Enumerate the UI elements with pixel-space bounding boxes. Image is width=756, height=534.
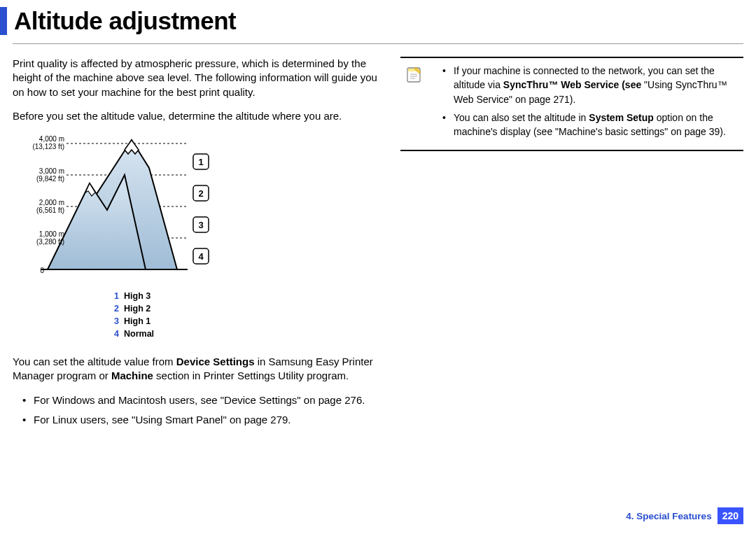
content-columns: Print quality is affected by atmospheric… [0,57,756,432]
svg-text:(3,280 ft): (3,280 ft) [36,238,64,246]
header-rule [13,43,743,44]
svg-text:3,000 m: 3,000 m [39,167,64,175]
page-title: Altitude adjustment [14,7,756,35]
page-number: 220 [718,507,743,524]
setting-paragraph: You can set the altitude value from Devi… [13,355,378,384]
bullet-linux: For Linux users, see "Using Smart Panel"… [22,412,378,428]
svg-text:(9,842 ft): (9,842 ft) [36,175,64,183]
note-box: If your machine is connected to the netw… [400,57,743,151]
note-syncthru: If your machine is connected to the netw… [442,64,739,106]
mountain-svg: 4,000 m (13,123 ft) 3,000 m (9,842 ft) 2… [13,133,223,280]
svg-text:4: 4 [198,251,204,262]
bullet-windows-mac: For Windows and Macintosh users, see "De… [22,393,378,408]
left-column: Print quality is affected by atmospheric… [13,57,378,432]
os-bullets: For Windows and Macintosh users, see "De… [13,393,378,428]
zone-marker-1: 1 [193,154,209,169]
svg-text:1: 1 [198,157,203,167]
page-footer: 4. Special Features 220 [626,507,743,524]
svg-text:2,000 m: 2,000 m [39,199,64,206]
diagram-legend: 1High 3 2High 2 3High 1 4Normal [114,290,378,341]
zone-marker-2: 2 [193,185,209,201]
svg-text:0: 0 [40,267,44,274]
svg-text:2: 2 [198,188,203,199]
zone-marker-3: 3 [193,217,209,232]
chapter-label: 4. Special Features [626,511,711,521]
note-system-setup: You can also set the altitude in System … [442,111,739,139]
svg-text:3: 3 [198,220,203,230]
intro-paragraph-1: Print quality is affected by atmospheric… [13,57,378,99]
svg-text:4,000 m: 4,000 m [39,135,64,143]
intro-paragraph-2: Before you set the altitude value, deter… [13,109,378,123]
altitude-diagram: 4,000 m (13,123 ft) 3,000 m (9,842 ft) 2… [13,133,378,283]
page-header: Altitude adjustment [0,7,756,35]
note-bullets: If your machine is connected to the netw… [433,64,739,143]
svg-text:1,000 m: 1,000 m [39,230,64,238]
note-icon [405,65,424,85]
svg-text:(13,123 ft): (13,123 ft) [32,143,64,150]
svg-text:(6,561 ft): (6,561 ft) [36,206,64,214]
right-column: If your machine is connected to the netw… [400,57,743,432]
zone-marker-4: 4 [193,248,209,264]
